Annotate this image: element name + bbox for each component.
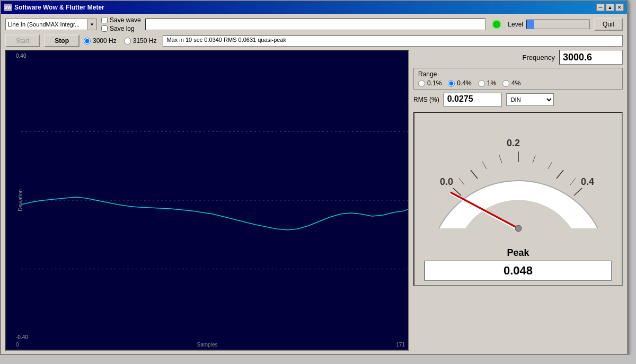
din-select[interactable]: DIN IEC NAB xyxy=(506,93,554,106)
din-container: DIN IEC NAB xyxy=(506,93,554,106)
range-options: 0.1% 0.4% 1% 4% xyxy=(418,79,618,87)
peak-section: Peak 0.048 xyxy=(419,247,617,281)
right-panel: Frequency 3000.6 Range 0.1% xyxy=(413,50,623,351)
gauge-area: 0.0 0.2 0.4 xyxy=(419,117,617,244)
svg-line-11 xyxy=(533,155,535,163)
controls-row: Start Stop 3000 Hz 3150 Hz Max in 10 sec… xyxy=(5,34,623,48)
svg-text:0.4: 0.4 xyxy=(581,176,594,187)
app-icon: SW xyxy=(4,4,12,11)
save-log-checkbox[interactable] xyxy=(101,25,108,32)
range-04-label: 0.4% xyxy=(457,79,471,87)
peak-value-display: 0.048 xyxy=(425,261,612,281)
freq-3000-radio[interactable] xyxy=(84,38,91,45)
range-01-label: 0.1% xyxy=(427,79,441,87)
frequency-label: Frequency xyxy=(523,54,555,61)
quit-button[interactable]: Quit xyxy=(594,18,623,31)
freq-3150-label: 3150 Hz xyxy=(133,37,157,45)
meter-panel: 0.0 0.2 0.4 xyxy=(413,112,623,286)
rms-label: RMS (%) xyxy=(413,96,439,103)
top-toolbar: Line In (SoundMAX Integr... ▼ Save wave … xyxy=(5,17,623,32)
range-04-radio[interactable] xyxy=(448,80,455,87)
range-4-label: 4% xyxy=(511,79,520,87)
svg-point-19 xyxy=(515,225,522,232)
title-bar: SW Software Wow & Flutter Meter ─ ▲ ✕ xyxy=(1,1,627,14)
main-window: SW Software Wow & Flutter Meter ─ ▲ ✕ Li… xyxy=(0,0,628,355)
chart-area: Deviation 0.40 -0.40 Samples 0 171 xyxy=(5,50,409,351)
frequency-row: Frequency 3000.6 xyxy=(413,50,623,65)
svg-line-4 xyxy=(471,170,478,179)
svg-line-6 xyxy=(556,170,563,179)
range-1-label: 1% xyxy=(487,79,496,87)
progress-bar xyxy=(145,19,486,30)
close-button[interactable]: ✕ xyxy=(615,4,624,11)
range-04-row: 0.4% xyxy=(448,79,471,87)
svg-line-10 xyxy=(499,155,502,163)
range-1-radio[interactable] xyxy=(478,80,485,87)
maximize-button[interactable]: ▲ xyxy=(606,4,614,11)
save-options: Save wave Save log xyxy=(101,16,141,32)
level-label: Level xyxy=(508,21,523,28)
svg-line-7 xyxy=(574,188,582,196)
save-log-row: Save log xyxy=(101,25,141,32)
input-device-container: Line In (SoundMAX Integr... ▼ xyxy=(5,19,97,30)
svg-text:0.2: 0.2 xyxy=(507,138,520,148)
gauge-svg: 0.0 0.2 0.4 xyxy=(423,117,614,244)
window-title: Software Wow & Flutter Meter xyxy=(14,4,104,11)
level-bar xyxy=(526,20,590,29)
minimize-button[interactable]: ─ xyxy=(596,4,605,11)
status-box: Max in 10 sec 0.0340 RMS 0.0631 quasi-pe… xyxy=(163,35,623,47)
save-log-label: Save log xyxy=(110,25,135,32)
svg-line-12 xyxy=(548,162,552,169)
svg-line-13 xyxy=(570,178,576,185)
save-wave-checkbox[interactable] xyxy=(101,17,108,23)
range-4-row: 4% xyxy=(502,79,520,87)
freq-3150-row: 3150 Hz xyxy=(124,37,157,45)
save-wave-label: Save wave xyxy=(110,16,141,24)
svg-line-8 xyxy=(459,178,464,185)
svg-line-9 xyxy=(482,162,487,169)
content-area: Line In (SoundMAX Integr... ▼ Save wave … xyxy=(1,14,627,354)
input-device-select[interactable]: Line In (SoundMAX Integr... xyxy=(5,19,87,30)
freq-3000-row: 3000 Hz xyxy=(84,37,117,45)
stop-button[interactable]: Stop xyxy=(44,34,80,47)
main-area: Deviation 0.40 -0.40 Samples 0 171 xyxy=(5,50,623,351)
peak-label: Peak xyxy=(507,247,529,259)
chart-svg xyxy=(6,51,408,350)
range-title: Range xyxy=(418,70,618,78)
save-wave-row: Save wave xyxy=(101,16,141,24)
frequency-selector: 3000 Hz 3150 Hz xyxy=(84,37,156,45)
range-01-row: 0.1% xyxy=(418,79,441,87)
led-indicator xyxy=(493,21,500,28)
rms-display: 0.0275 xyxy=(444,93,502,106)
frequency-display: 3000.6 xyxy=(559,50,623,65)
dropdown-arrow-icon[interactable]: ▼ xyxy=(87,19,97,30)
level-section: Level xyxy=(508,20,590,29)
range-section: Range 0.1% 0.4% 1% xyxy=(413,68,623,90)
range-01-radio[interactable] xyxy=(418,80,425,87)
level-fill xyxy=(527,20,534,29)
range-4-radio[interactable] xyxy=(502,80,509,87)
start-button[interactable]: Start xyxy=(5,34,40,47)
range-1-row: 1% xyxy=(478,79,496,87)
svg-text:0.0: 0.0 xyxy=(440,176,453,187)
freq-3000-label: 3000 Hz xyxy=(93,37,117,45)
freq-3150-radio[interactable] xyxy=(124,38,131,45)
title-buttons: ─ ▲ ✕ xyxy=(596,4,624,11)
rms-row: RMS (%) 0.0275 DIN IEC NAB xyxy=(413,93,623,106)
